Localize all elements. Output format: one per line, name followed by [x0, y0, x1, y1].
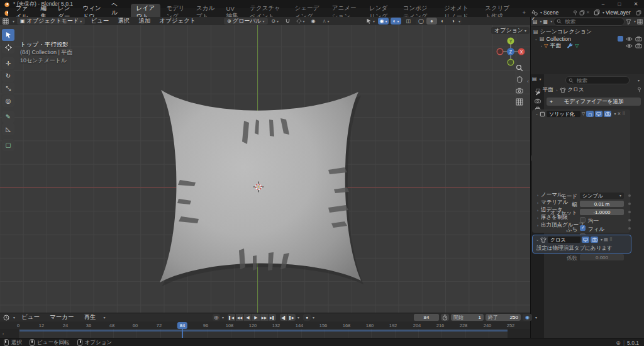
navigation-gizmo[interactable]: Y X Z	[494, 35, 527, 68]
on-cage-toggle[interactable]: ▽	[582, 111, 585, 116]
edit-mode-toggle[interactable]: ▢	[586, 111, 594, 117]
chevron-down-icon[interactable]: ▾	[297, 316, 299, 320]
chevron-down-icon[interactable]: ▾	[540, 20, 542, 23]
current-frame-field[interactable]: 84	[414, 314, 439, 321]
chevron-down-icon[interactable]: ▾	[13, 20, 14, 23]
play-reverse-button[interactable]: ◀	[244, 314, 252, 321]
keying-set-button[interactable]: ●	[303, 314, 311, 321]
eye-icon[interactable]	[626, 43, 633, 48]
playhead-tab[interactable]: 84	[177, 322, 187, 329]
animate-dot[interactable]	[628, 203, 631, 205]
viewport-menu-select[interactable]: 選択	[114, 17, 133, 25]
end-frame-field[interactable]: 終了 250	[486, 314, 521, 321]
solidify-header[interactable]: ⌄ ソリッド化 ▽ ▢ ▾ ✕ ⠿	[532, 109, 630, 118]
eye-icon[interactable]	[626, 36, 633, 42]
measure-tool[interactable]: ◺	[2, 123, 14, 135]
chevron-down-icon[interactable]: ▾	[602, 11, 604, 14]
chevron-down-icon[interactable]: ▾	[550, 20, 552, 23]
delete-modifier-button[interactable]: ✕	[617, 111, 621, 116]
mode-dropdown[interactable]: シンプル▾	[580, 193, 624, 199]
shading-material-button[interactable]: ◐	[437, 18, 448, 25]
timeline-editor-icon[interactable]	[3, 315, 9, 321]
sidebar-toggle[interactable]: ‹	[527, 79, 529, 84]
viewlayer-name[interactable]: ViewLayer	[606, 9, 635, 16]
tab-render[interactable]	[531, 98, 543, 104]
properties-search-input[interactable]	[575, 77, 626, 84]
factor-field[interactable]: 0.000	[580, 254, 624, 260]
copy-scene-icon[interactable]	[579, 10, 585, 16]
snap-settings-dropdown[interactable]: ▾	[295, 18, 306, 25]
gizmo-neg-y-axis[interactable]	[508, 59, 514, 65]
ortho-grid-icon[interactable]	[516, 98, 523, 106]
render-toggle[interactable]	[591, 237, 598, 243]
add-cube-tool[interactable]: ▢	[2, 139, 14, 151]
minimize-button[interactable]: –	[595, 0, 611, 8]
drag-handle[interactable]: ⠿	[622, 111, 625, 116]
visibility-dropdown[interactable]: ▾	[365, 18, 376, 25]
outliner-row-plane[interactable]: › ▽ 平面 ▽	[531, 42, 644, 49]
xray-toggle[interactable]: ◫	[403, 18, 414, 25]
next-frame-button[interactable]: ▌▶	[288, 314, 296, 321]
realtime-toggle[interactable]	[595, 111, 602, 117]
animate-dot[interactable]	[628, 219, 631, 221]
collapse-icon[interactable]: ⌄	[535, 37, 538, 41]
prev-frame-button[interactable]: ◀▌	[280, 314, 287, 321]
orientation-dropdown[interactable]: ⊕ グローバル ▾	[224, 18, 268, 25]
cloth-header[interactable]: ⌄ クロス ▾ ▤ ⠿	[533, 235, 631, 244]
collapse-icon[interactable]: ⌄	[536, 238, 539, 242]
close-button[interactable]: ✕	[628, 0, 644, 8]
editor-type-icon[interactable]	[3, 18, 9, 25]
next-keyframe-button[interactable]: ▶▶	[260, 314, 268, 321]
modifier-extras-dropdown[interactable]: ▾	[601, 238, 602, 242]
snap-toggle[interactable]	[282, 18, 293, 25]
play-button[interactable]: ▶	[252, 314, 260, 321]
render-toggle[interactable]	[604, 111, 611, 117]
offset-field[interactable]: -1.0000	[580, 209, 624, 215]
proportional-edit-toggle[interactable]: ◉	[308, 18, 319, 25]
animate-dot[interactable]	[628, 211, 631, 213]
cloth-pillow-object[interactable]	[145, 69, 384, 302]
viewlayer-browse-icon[interactable]	[594, 9, 600, 16]
pan-hand-icon[interactable]	[516, 75, 523, 83]
zoom-icon[interactable]	[516, 64, 523, 72]
overlays-toggle[interactable]: ◐▾	[391, 18, 401, 25]
cloth-physics-icon[interactable]: ▽	[575, 43, 579, 48]
width-field[interactable]: 0.01 m	[580, 201, 624, 207]
animate-dot[interactable]	[628, 227, 631, 230]
outliner-search-input[interactable]	[564, 18, 621, 25]
timeline-menu-marker[interactable]: マーカー	[46, 313, 77, 321]
even-thickness-checkbox[interactable]	[580, 217, 586, 223]
modifier-name-field[interactable]: ソリッド化	[547, 111, 580, 117]
chevron-down-icon[interactable]: ▾	[222, 316, 224, 320]
start-frame-field[interactable]: 開始 1	[451, 314, 484, 321]
collapse-icon[interactable]: ⌄	[535, 112, 538, 116]
chevron-down-icon[interactable]: ▾	[535, 316, 537, 320]
outliner-scene-icon[interactable]: ▦	[543, 19, 548, 25]
pin-icon[interactable]	[572, 10, 578, 16]
viewport-options-dropdown[interactable]: オプション ▾	[491, 27, 530, 34]
timeline-ruler[interactable]: 0 12 24 36 48 60 72 84 96 108 120 132 14…	[0, 321, 530, 329]
animate-dot[interactable]	[628, 194, 631, 197]
chevron-down-icon[interactable]: ▾	[103, 316, 105, 320]
shading-solid-button[interactable]: ●	[426, 18, 437, 25]
unlink-scene-icon[interactable]: ✕	[586, 10, 590, 15]
modifier-wrench-icon[interactable]	[567, 43, 573, 49]
physics-properties-icon[interactable]: ▤	[604, 237, 608, 242]
copy-viewlayer-icon[interactable]	[636, 10, 641, 16]
shading-rendered-button[interactable]: ◑	[448, 18, 458, 25]
outliner-row-scene-collection[interactable]: ▤ シーンコレクション	[531, 28, 644, 35]
chevron-down-icon[interactable]: ▾	[540, 11, 542, 14]
chevron-down-icon[interactable]: ▾	[313, 316, 314, 320]
shading-wireframe-button[interactable]: ◯	[416, 18, 426, 25]
chevron-down-icon[interactable]: ▾	[458, 20, 460, 25]
select-box-tool[interactable]	[2, 29, 14, 41]
jump-to-end-button[interactable]: ▶▌	[269, 314, 276, 321]
prev-keyframe-button[interactable]: ◀◀	[236, 314, 243, 321]
scene-browse-icon[interactable]	[531, 9, 538, 16]
timeline-tracks[interactable]: ›	[0, 329, 530, 338]
add-workspace-button[interactable]: +	[517, 8, 532, 17]
chevron-down-icon[interactable]: ▾	[634, 20, 636, 23]
add-modifier-button[interactable]: + モディファイアーを追加	[547, 98, 641, 106]
outliner-row-collection[interactable]: ⌄ ▤ Collection	[531, 35, 644, 42]
scene-name[interactable]: Scene	[543, 9, 571, 16]
